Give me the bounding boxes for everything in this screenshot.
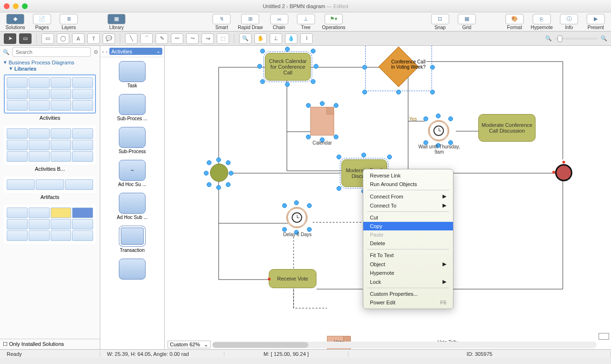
zoom-in-icon[interactable]: 🔍 xyxy=(600,35,607,42)
info-button[interactable]: ⓘInfo xyxy=(557,13,581,31)
main-toolbar: ◆Solutions 📄Pages ≣Layers ▦Library ↯Smar… xyxy=(0,12,611,31)
shape-task[interactable]: Task xyxy=(104,61,160,88)
zoom-select[interactable]: Custom 62%⌄ xyxy=(168,341,211,348)
shape-adhoc2[interactable]: Ad Hoc Sub ... xyxy=(104,193,160,220)
solutions-panel: 🔍 ⚙ ▾ Business Process Diagrams ▾ Librar… xyxy=(0,46,100,349)
callout-tool[interactable]: 💬 xyxy=(103,33,115,44)
shape-category-select[interactable]: Activities⌄ xyxy=(109,48,162,55)
ctx-custom-props[interactable]: Custom Properties... xyxy=(363,290,453,298)
smart-button[interactable]: ↯Smart xyxy=(209,13,234,31)
lib-misc[interactable] xyxy=(4,205,96,244)
statusbar: Ready W: 25.39, H: 64.05, Angle: 0.00 ra… xyxy=(0,349,611,358)
lib-artifacts[interactable]: Artifacts xyxy=(4,177,96,200)
only-installed-checkbox[interactable]: ☐ Only Installed Solutions xyxy=(0,339,100,349)
chain-button[interactable]: ⫘Chain xyxy=(267,13,292,31)
ctx-run-around[interactable]: Run Around Objects xyxy=(363,180,453,188)
label-wait: Wait until Thursday, 9am xyxy=(418,144,461,155)
h-scrollbar[interactable] xyxy=(212,342,597,348)
zoom-slider-area: 🔍 🔍 xyxy=(545,35,607,42)
shape-transaction[interactable]: Transaction xyxy=(104,226,160,253)
tree-bpd[interactable]: ▾ Business Process Diagrams xyxy=(4,59,96,65)
zoom-tool[interactable]: 🔍 xyxy=(239,33,252,44)
status-ready: Ready xyxy=(0,351,100,357)
format-button[interactable]: 🎨Format xyxy=(502,13,527,31)
rapid-draw-button[interactable]: ⊞Rapid Draw xyxy=(236,13,264,31)
minimap-toggle[interactable] xyxy=(599,333,609,340)
task-moderate-call[interactable]: Moderate Conference Call Discussion xyxy=(478,114,536,142)
ctx-reverse-link[interactable]: Reverse Link xyxy=(363,171,453,180)
ctx-connect-to[interactable]: Connect To▶ xyxy=(363,201,453,210)
pointer-tool[interactable]: ➤ xyxy=(4,33,16,44)
selection-box xyxy=(365,46,432,91)
task-check-calendar[interactable]: Check Calendar for Conference Call xyxy=(265,53,311,81)
shape-library-panel: ‹ › Activities⌄ Task Sub-Proces ... Sub-… xyxy=(100,46,165,349)
doc-calendar[interactable] xyxy=(310,107,334,135)
frame-tool[interactable]: ⬚ xyxy=(217,33,229,44)
end-event[interactable] xyxy=(555,164,572,181)
arc-tool[interactable]: ⌒ xyxy=(140,33,153,44)
search-input[interactable] xyxy=(12,47,91,57)
zoom-slider[interactable] xyxy=(555,38,598,40)
pencil-tool[interactable]: ✏ xyxy=(171,33,183,44)
shape-subproc1[interactable]: Sub-Proces ... xyxy=(104,94,160,121)
canvas[interactable]: Check Calendar for Conference Call Confe… xyxy=(165,46,611,349)
pen-tool[interactable]: ✎ xyxy=(156,33,168,44)
status-mouse: M: [ 125.00, 90.24 ] xyxy=(224,351,348,357)
eyedropper-tool[interactable]: 💧 xyxy=(285,33,297,44)
connector-tool[interactable]: ⤳ xyxy=(186,33,199,44)
brush-tool[interactable]: ⌇ xyxy=(300,33,313,44)
start-event[interactable] xyxy=(210,164,228,182)
task-receive-vote[interactable]: Receive Vote xyxy=(269,269,316,288)
ctx-object[interactable]: Object▶ xyxy=(363,260,453,269)
hypernote-button[interactable]: ⎘Hypernote xyxy=(529,13,555,31)
marquee-tool[interactable]: ▭ xyxy=(19,33,32,44)
ctx-connect-from[interactable]: Connect From▶ xyxy=(363,192,453,201)
ctx-copy[interactable]: Copy xyxy=(363,222,453,230)
label-calendar: Calendar xyxy=(313,140,332,146)
timer-delay-6-days[interactable] xyxy=(286,207,307,228)
gear-icon[interactable]: ⚙ xyxy=(94,49,98,55)
ctx-hypernote[interactable]: Hypernote xyxy=(363,269,453,277)
ctx-fit-to-text[interactable]: Fit To Text xyxy=(363,251,453,260)
shape-more[interactable] xyxy=(104,259,160,280)
stamp-tool[interactable]: ⊥ xyxy=(270,33,282,44)
ctx-lock[interactable]: Lock▶ xyxy=(363,277,453,286)
shape-subproc2[interactable]: Sub-Process xyxy=(104,127,160,154)
ctx-power-edit[interactable]: Power EditF6 xyxy=(363,298,453,307)
ctx-cut[interactable]: Cut xyxy=(363,213,453,222)
pages-button[interactable]: 📄Pages xyxy=(30,13,54,31)
snap-button[interactable]: ⊡Snap xyxy=(428,13,453,31)
window-title: Untitled 2 - BPMN diagram — Edited xyxy=(0,2,611,10)
search-icon: 🔍 xyxy=(3,49,10,55)
tree-libraries[interactable]: ▾ Libraries xyxy=(4,65,96,72)
shape-adhoc1[interactable]: ~Ad Hoc Su ... xyxy=(104,160,160,187)
text-tool[interactable]: A xyxy=(72,33,84,44)
line-tool[interactable]: ╲ xyxy=(125,33,137,44)
context-menu: Reverse Link Run Around Objects Connect … xyxy=(363,169,453,309)
lib-activities-b[interactable]: Activities B... xyxy=(4,125,96,172)
shape-back-icon[interactable]: ‹ xyxy=(102,49,104,54)
library-button[interactable]: ▦Library xyxy=(104,13,129,31)
rect-tool[interactable]: ▭ xyxy=(42,33,54,44)
smart-connector-tool[interactable]: ↝ xyxy=(201,33,214,44)
ctx-delete[interactable]: Delete xyxy=(363,239,453,248)
label-delay: Delay 6 Days xyxy=(283,232,311,237)
layers-button[interactable]: ≣Layers xyxy=(56,13,81,31)
ellipse-tool[interactable]: ◯ xyxy=(57,33,69,44)
operations-button[interactable]: ⚑▾Operations xyxy=(320,13,348,31)
lib-activities[interactable]: Activities xyxy=(4,74,96,121)
zoom-out-icon[interactable]: 🔍 xyxy=(545,35,552,42)
tree-button[interactable]: ⊥Tree xyxy=(294,13,318,31)
secondary-toolbar: ➤ ▭ ▭ ◯ A T 💬 ╲ ⌒ ✎ ✏ ⤳ ↝ ⬚ 🔍 ✋ ⊥ 💧 ⌇ 🔍 … xyxy=(0,31,611,46)
present-button[interactable]: ▶Present xyxy=(583,13,608,31)
solutions-button[interactable]: ◆Solutions xyxy=(3,13,28,31)
status-dimensions: W: 25.39, H: 64.05, Angle: 0.00 rad xyxy=(100,351,224,357)
timer-wait-thursday[interactable] xyxy=(428,120,449,141)
grid-button[interactable]: ▦Grid xyxy=(454,13,479,31)
edge-label-yes: Yes xyxy=(409,116,417,122)
shape-fwd-icon[interactable]: › xyxy=(106,49,108,54)
ctx-paste: Paste xyxy=(363,230,453,239)
titlebar: Untitled 2 - BPMN diagram — Edited xyxy=(0,0,611,12)
textbox-tool[interactable]: T xyxy=(87,33,100,44)
pan-tool[interactable]: ✋ xyxy=(254,33,267,44)
